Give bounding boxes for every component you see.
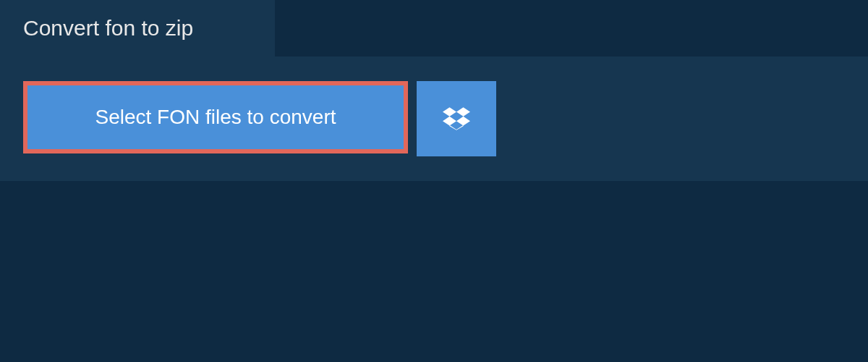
select-button-highlight: Select FON files to convert [23,81,408,153]
select-files-button[interactable]: Select FON files to convert [27,85,404,149]
select-files-label: Select FON files to convert [95,106,336,128]
dropbox-button[interactable] [417,81,496,156]
dropbox-icon [443,105,470,132]
converter-panel: Select FON files to convert [0,56,868,181]
tab-convert[interactable]: Convert fon to zip [0,0,275,56]
tab-label: Convert fon to zip [23,16,193,40]
